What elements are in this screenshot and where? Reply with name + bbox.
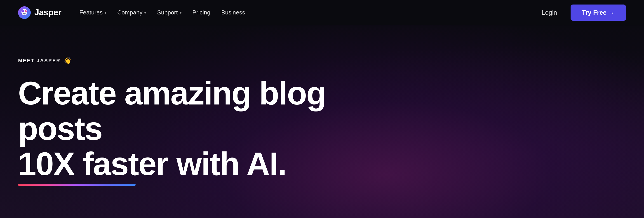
nav-company-label: Company [117, 9, 142, 16]
nav-right: Login Try Free → [537, 4, 626, 21]
logo-icon [18, 6, 31, 19]
nav-left: Jasper Features ▾ Company ▾ Support ▾ Pr… [18, 6, 250, 19]
hero-section: MEET JASPER 👋 Create amazing blog posts … [0, 25, 644, 182]
hero-headline: Create amazing blog posts 10X faster wit… [18, 76, 380, 182]
nav-item-features[interactable]: Features ▾ [75, 7, 111, 18]
navbar: Jasper Features ▾ Company ▾ Support ▾ Pr… [0, 0, 644, 25]
nav-business-label: Business [221, 9, 245, 16]
nav-links: Features ▾ Company ▾ Support ▾ Pricing B… [75, 7, 250, 18]
nav-support-label: Support [157, 9, 178, 16]
nav-item-pricing[interactable]: Pricing [188, 7, 215, 18]
chevron-down-icon: ▾ [104, 10, 106, 15]
logo-text: Jasper [34, 8, 62, 17]
headline-line1: Create amazing blog posts [18, 75, 326, 147]
nav-item-business[interactable]: Business [217, 7, 250, 18]
nav-pricing-label: Pricing [192, 9, 210, 16]
wave-emoji: 👋 [64, 57, 72, 64]
chevron-down-icon: ▾ [180, 10, 182, 15]
login-button[interactable]: Login [537, 7, 562, 18]
svg-point-2 [22, 10, 24, 12]
nav-features-label: Features [80, 9, 103, 16]
logo[interactable]: Jasper [18, 6, 62, 19]
try-free-button[interactable]: Try Free → [570, 4, 626, 21]
headline-line2: 10X faster with AI. [18, 146, 380, 182]
svg-point-3 [25, 10, 27, 12]
nav-item-company[interactable]: Company ▾ [113, 7, 151, 18]
underline-accent [18, 184, 136, 186]
svg-point-4 [23, 13, 26, 14]
chevron-down-icon: ▾ [144, 10, 146, 15]
meet-text: MEET JASPER [18, 58, 60, 64]
nav-item-support[interactable]: Support ▾ [152, 7, 186, 18]
meet-label: MEET JASPER 👋 [18, 57, 626, 64]
